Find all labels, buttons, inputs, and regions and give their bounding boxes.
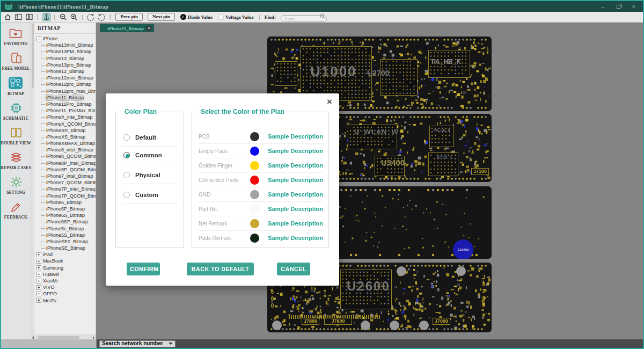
tree-item[interactable]: iPhoneXsMAX_Bitmap <box>46 140 96 147</box>
tree-item[interactable]: iPhone12_Bitmap <box>46 68 96 75</box>
scroll-right-icon[interactable] <box>93 336 94 339</box>
expand-plus-icon[interactable]: + <box>36 292 41 296</box>
sample-description-link[interactable]: Sample Description <box>268 191 323 198</box>
sidebar-item-schematic[interactable]: SCHEMATIC <box>3 101 29 121</box>
expand-plus-icon[interactable]: + <box>36 285 41 290</box>
home-button[interactable] <box>3 13 12 21</box>
tab-iphone11-bitmap[interactable]: iPhone11_Bitmap × <box>100 24 154 32</box>
radio-icon[interactable] <box>123 134 130 141</box>
expand-plus-icon[interactable]: + <box>36 298 41 303</box>
tree-item[interactable]: iPhone7P_QCOM_Bitmap <box>46 193 96 199</box>
tree-item[interactable]: iPhoneXS_Bitmap <box>46 134 96 140</box>
tree-item[interactable]: iPhone13_Bitmap <box>46 55 96 62</box>
dual-panel-button[interactable] <box>25 13 34 21</box>
minimize-button[interactable]: – <box>601 3 604 10</box>
radio-option-default[interactable]: Default <box>123 134 156 141</box>
sample-description-link[interactable]: Sample Description <box>268 177 323 183</box>
color-swatch[interactable] <box>250 132 259 141</box>
expand-plus-icon[interactable]: + <box>36 279 41 283</box>
expand-plus-icon[interactable]: + <box>36 259 41 264</box>
tree-item[interactable]: iPhone6SP_Bitmap <box>46 219 96 225</box>
tree-root-huawei[interactable]: +Huawei <box>36 271 96 278</box>
tab-close-icon[interactable]: × <box>147 26 151 31</box>
sample-description-link[interactable]: Sample Description <box>268 162 323 169</box>
voltage-value-checkbox[interactable]: Voltage Value <box>218 14 253 20</box>
tree-item[interactable]: iPhone12pro_max_Bitmap <box>46 88 96 94</box>
tree-item[interactable]: iPhoneSE2_Bitmap <box>46 238 96 245</box>
sample-description-link[interactable]: Sample Description <box>268 206 323 212</box>
tree-item[interactable]: iPhone8P_intel_Bitmap <box>46 160 96 166</box>
sidebar-toggle-button[interactable] <box>14 13 23 21</box>
locate-button[interactable] <box>42 13 51 21</box>
tree-root-vivo[interactable]: +VIVO <box>36 284 96 290</box>
tree-item[interactable]: iPhone8P_QCOM_Bitmap <box>46 166 96 173</box>
tree-item[interactable]: iPhoneX_QCOM_Bitmap <box>46 120 96 127</box>
sample-description-link[interactable]: Sample Description <box>268 133 323 140</box>
tree-item[interactable]: iPhone8_QCOM_Bitmap <box>46 153 96 159</box>
radio-icon[interactable] <box>123 172 130 178</box>
color-swatch[interactable] <box>250 234 259 243</box>
sidebar-item-repair-cases[interactable]: REPAIR CASES <box>1 151 31 170</box>
tree-item[interactable]: iPhone13pro_Bitmap <box>46 62 96 68</box>
tree-item[interactable]: iPhone8_intel_Bitmap <box>46 147 96 153</box>
tree-item[interactable]: iPhoneX_inte_Bitmap <box>46 114 96 120</box>
sidebar-item-feedback[interactable]: FEEDBACK <box>4 200 27 220</box>
next-pin-button[interactable]: Next pin <box>148 13 175 21</box>
tree-root-ipad[interactable]: +iPad <box>36 251 96 258</box>
sample-description-link[interactable]: Sample Description <box>268 235 323 241</box>
search-network-select[interactable]: Search network number <box>99 340 175 347</box>
confirm-button[interactable]: CONFIRM <box>127 263 160 275</box>
rotate-cw-button[interactable] <box>97 13 106 21</box>
tree-root-iphone[interactable]: -iPhone <box>36 35 96 42</box>
tree-item[interactable]: iPhone5c_Bitmap <box>46 225 96 231</box>
sidebar-item-double-view[interactable]: DOUBLE VIEW <box>1 126 31 146</box>
radio-option-common[interactable]: Common <box>123 152 162 158</box>
color-swatch[interactable] <box>250 161 259 170</box>
rotate-ccw-button[interactable] <box>86 13 96 21</box>
tree-item[interactable]: iPhoneSE_Bitmap <box>46 245 96 251</box>
tree-item[interactable]: iPhone6S_Bitmap <box>46 212 96 219</box>
tree-item[interactable]: iPhone11_ProMax_Bitmap <box>46 107 96 114</box>
expand-plus-icon[interactable]: + <box>36 252 41 257</box>
tree-root-meizu[interactable]: +MeiZu <box>36 297 96 304</box>
sample-description-link[interactable]: Sample Description <box>268 148 323 154</box>
radio-icon[interactable] <box>123 192 130 198</box>
radio-selected-icon[interactable] <box>123 152 130 158</box>
tree-item[interactable]: iPhoneXR_Bitmap <box>46 127 96 134</box>
expand-plus-icon[interactable]: + <box>36 272 41 277</box>
restore-button[interactable] <box>617 3 620 10</box>
tree-item[interactable]: iPhone6_Bitmap <box>46 199 96 206</box>
radio-option-physical[interactable]: Physical <box>123 172 160 178</box>
tree-item[interactable]: iPhone12mini_Bitmap <box>46 75 96 81</box>
sidebar-item-setting[interactable]: SETTING <box>6 176 25 195</box>
color-swatch[interactable] <box>250 205 259 214</box>
tree-item[interactable]: iPhone5S_Bitmap <box>46 232 96 238</box>
radio-option-custom[interactable]: Custom <box>123 192 158 198</box>
cancel-button[interactable]: CANCEL <box>277 263 310 275</box>
tree-item[interactable]: iPhone11_Bitmap <box>46 94 96 101</box>
sidebar-item-free-model[interactable]: FREE MODEL <box>2 52 30 71</box>
tree-item[interactable]: iPhone12pro_Bitmap <box>46 81 96 88</box>
tree-item[interactable]: iPhone13mini_Bitmap <box>46 42 96 48</box>
tree-root-oppo[interactable]: +OPPO <box>36 290 96 297</box>
sample-description-link[interactable]: Sample Description <box>268 220 323 227</box>
back-to-default-button[interactable]: BACK TO DEFAULT <box>187 263 254 275</box>
tree-root-samsung[interactable]: +Samsung <box>36 265 96 271</box>
dialog-close-icon[interactable]: × <box>327 97 332 107</box>
tree-item[interactable]: iPhone7P_intel_Bitmap <box>46 186 96 192</box>
tree-vertical-scrollbar[interactable] <box>31 23 34 335</box>
zoom-in-button[interactable] <box>69 13 78 21</box>
scrollbar-thumb[interactable] <box>38 336 79 339</box>
tree-root-xiaomi[interactable]: +XiaoMi <box>36 278 96 284</box>
tree-item[interactable]: iPhone13PM_Bitmap <box>46 48 96 55</box>
zoom-out-button[interactable] <box>58 13 68 21</box>
sidebar-item-bitmap[interactable]: BITMAP <box>8 76 24 96</box>
color-swatch[interactable] <box>250 147 259 156</box>
color-swatch[interactable] <box>250 219 259 228</box>
diode-value-checkbox[interactable]: ✓ Diode Value <box>180 14 213 20</box>
tree-item[interactable]: iPhone7_intel_Bitmap <box>46 173 96 179</box>
color-swatch[interactable] <box>250 190 259 199</box>
scrollbar-thumb[interactable] <box>32 24 34 88</box>
tree-root-macbook[interactable]: +MacBook <box>36 258 96 264</box>
close-button[interactable]: × <box>632 3 635 10</box>
